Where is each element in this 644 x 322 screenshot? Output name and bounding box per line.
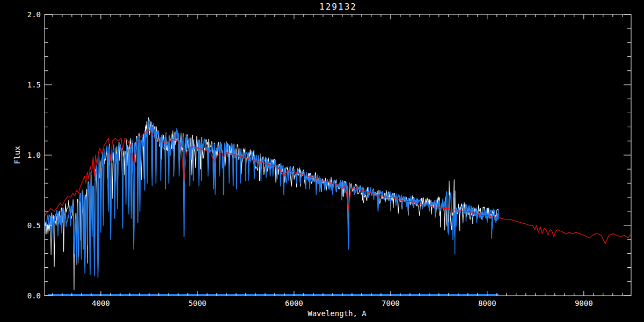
x-axis-label: Wavelength, A xyxy=(308,309,367,318)
spectrum-figure: 4000500060007000800090000.00.51.01.52.0 … xyxy=(0,0,644,322)
y-tick-label: 2.0 xyxy=(27,10,41,19)
x-tick-label: 7000 xyxy=(382,299,400,308)
x-tick-label: 5000 xyxy=(188,299,207,308)
spectrum-plot-canvas: 4000500060007000800090000.00.51.01.52.0 … xyxy=(0,0,644,322)
y-tick-label: 1.0 xyxy=(27,151,41,159)
y-tick-label: 0.0 xyxy=(27,291,41,300)
y-axis-label: Flux xyxy=(13,146,21,164)
y-tick-label: 1.5 xyxy=(27,80,41,89)
y-tick-label: 0.5 xyxy=(27,221,41,230)
x-tick-label: 9000 xyxy=(575,299,593,308)
x-tick-label: 6000 xyxy=(285,299,303,308)
x-tick-label: 4000 xyxy=(92,299,110,308)
plot-title: 129132 xyxy=(319,2,357,12)
x-tick-label: 8000 xyxy=(478,299,496,308)
